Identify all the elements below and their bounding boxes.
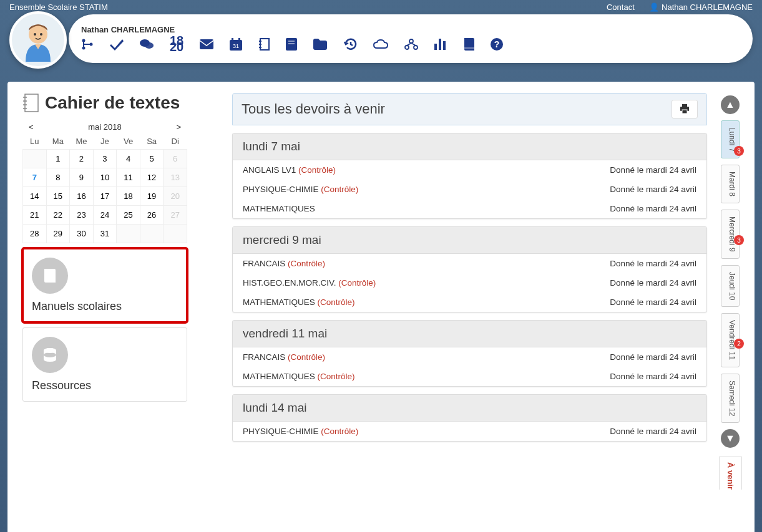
- given-date: Donné le mardi 24 avril: [610, 259, 696, 268]
- rail-down[interactable]: ▼: [721, 429, 740, 448]
- cal-day[interactable]: 5: [140, 150, 164, 168]
- day-title: vendredi 11 mai: [233, 321, 706, 347]
- rail-tab[interactable]: Lundi 73: [721, 120, 740, 158]
- svg-rect-37: [682, 104, 687, 107]
- day-title: mercredi 9 mai: [233, 227, 706, 254]
- cal-next[interactable]: >: [176, 122, 181, 132]
- subject: MATHEMATIQUES: [243, 297, 318, 307]
- cal-day[interactable]: 15: [46, 187, 70, 206]
- cal-dow: Ma: [46, 133, 70, 150]
- cal-day[interactable]: 1: [46, 150, 70, 168]
- svg-rect-25: [443, 41, 446, 50]
- rail-avenir[interactable]: À venir: [719, 457, 742, 490]
- cal-day[interactable]: 8: [46, 168, 70, 187]
- cal-day[interactable]: 25: [117, 206, 140, 225]
- cal-day[interactable]: 23: [70, 206, 94, 225]
- user-menu[interactable]: 👤 Nathan CHARLEMAGNE: [649, 2, 753, 12]
- cal-day[interactable]: 16: [70, 187, 94, 206]
- rail-tab[interactable]: Mardi 8: [721, 165, 740, 203]
- cal-day[interactable]: 13: [164, 168, 187, 187]
- calendar: < mai 2018 > LuMaMeJeVeSaDi 123456789101…: [22, 120, 187, 243]
- homework-row[interactable]: PHYSIQUE-CHIMIE (Contrôle)Donné le mardi…: [233, 422, 706, 441]
- left-column: Cahier de textes < mai 2018 > LuMaMeJeVe…: [22, 93, 216, 532]
- cal-prev[interactable]: <: [29, 122, 34, 132]
- given-date: Donné le mardi 24 avril: [610, 297, 696, 307]
- homework-row[interactable]: HIST.GEO.EN.MOR.CIV. (Contrôle)Donné le …: [233, 273, 706, 293]
- cal-day[interactable]: 19: [140, 187, 164, 206]
- history-icon[interactable]: [343, 38, 357, 51]
- ressources-card[interactable]: Ressources: [22, 327, 187, 402]
- cal-day[interactable]: 28: [23, 225, 47, 243]
- given-date: Donné le mardi 24 avril: [610, 204, 696, 213]
- cal-day[interactable]: 17: [93, 187, 117, 206]
- branch-icon[interactable]: [81, 38, 94, 51]
- panel-header: Tous les devoirs à venir: [232, 93, 707, 125]
- cal-day[interactable]: 12: [140, 168, 164, 187]
- cal-day[interactable]: 9: [70, 168, 94, 187]
- cal-day[interactable]: 26: [140, 206, 164, 225]
- cal-day[interactable]: 14: [23, 187, 47, 206]
- cal-day[interactable]: 30: [70, 225, 94, 243]
- cal-day[interactable]: 24: [93, 206, 117, 225]
- homework-row[interactable]: MATHEMATIQUES (Contrôle)Donné le mardi 2…: [233, 367, 706, 386]
- textbook-icon[interactable]: [463, 38, 474, 51]
- homework-row[interactable]: ANGLAIS LV1 (Contrôle)Donné le mardi 24 …: [233, 160, 706, 180]
- manuels-card[interactable]: Manuels scolaires: [22, 248, 187, 322]
- homework-row[interactable]: MATHEMATIQUES (Contrôle)Donné le mardi 2…: [233, 293, 706, 312]
- mail-icon[interactable]: [200, 39, 213, 49]
- controle-tag: (Contrôle): [318, 372, 355, 381]
- grade-icon[interactable]: 1820: [170, 38, 183, 50]
- print-button[interactable]: [672, 100, 698, 118]
- subject: FRANCAIS: [243, 259, 288, 268]
- notebook-icon[interactable]: [258, 38, 270, 51]
- homework-row[interactable]: MATHEMATIQUES Donné le mardi 24 avril: [233, 199, 706, 218]
- cal-day[interactable]: 31: [93, 225, 117, 243]
- rail-tab[interactable]: Vendredi 112: [721, 313, 740, 367]
- homework-row[interactable]: PHYSIQUE-CHIMIE (Contrôle)Donné le mardi…: [233, 180, 706, 199]
- header-icons: 1820 31 ?: [81, 38, 734, 51]
- svg-point-21: [405, 46, 409, 49]
- cal-day[interactable]: 7: [23, 168, 47, 187]
- calendar-icon[interactable]: 31: [230, 38, 242, 51]
- chat-icon[interactable]: [140, 38, 154, 51]
- cal-day[interactable]: 10: [93, 168, 117, 187]
- stats-icon[interactable]: [434, 39, 447, 50]
- help-icon[interactable]: ?: [491, 38, 503, 51]
- cal-day[interactable]: 11: [117, 168, 140, 187]
- folder-icon[interactable]: [313, 39, 327, 50]
- svg-rect-23: [434, 44, 437, 50]
- cal-day: [164, 225, 187, 243]
- book-icon[interactable]: [286, 38, 297, 51]
- contact-link[interactable]: Contact: [607, 2, 635, 12]
- homework-row[interactable]: FRANCAIS (Contrôle)Donné le mardi 24 avr…: [233, 254, 706, 273]
- rail-tab[interactable]: Jeudi 10: [721, 265, 740, 307]
- cal-day[interactable]: 2: [70, 150, 94, 168]
- group-icon[interactable]: [404, 38, 418, 51]
- controle-tag: (Contrôle): [318, 297, 355, 307]
- rail-up[interactable]: ▲: [721, 95, 740, 114]
- homework-row[interactable]: FRANCAIS (Contrôle)Donné le mardi 24 avr…: [233, 347, 706, 367]
- rail-tab[interactable]: Samedi 12: [721, 374, 740, 423]
- rail-tab[interactable]: Mercredi 93: [721, 210, 740, 259]
- cal-day[interactable]: 20: [164, 187, 187, 206]
- svg-point-20: [409, 39, 413, 43]
- cal-day[interactable]: 6: [164, 150, 187, 168]
- given-date: Donné le mardi 24 avril: [610, 278, 696, 288]
- cal-day[interactable]: 18: [117, 187, 140, 206]
- svg-rect-8: [200, 39, 213, 49]
- check-icon[interactable]: [110, 38, 124, 51]
- manuels-label: Manuels scolaires: [32, 300, 178, 313]
- cloud-icon[interactable]: [373, 39, 388, 49]
- avatar[interactable]: [9, 11, 67, 69]
- cal-day[interactable]: 3: [93, 150, 117, 168]
- cal-day[interactable]: 29: [46, 225, 70, 243]
- cal-day[interactable]: 22: [46, 206, 70, 225]
- cal-month[interactable]: mai 2018: [88, 122, 121, 132]
- cal-day[interactable]: 21: [23, 206, 47, 225]
- cal-day: [23, 150, 47, 168]
- controle-tag: (Contrôle): [298, 165, 336, 175]
- cal-day[interactable]: 27: [164, 206, 187, 225]
- cal-day[interactable]: 4: [117, 150, 140, 168]
- svg-rect-39: [682, 110, 687, 114]
- database-icon: [32, 337, 68, 373]
